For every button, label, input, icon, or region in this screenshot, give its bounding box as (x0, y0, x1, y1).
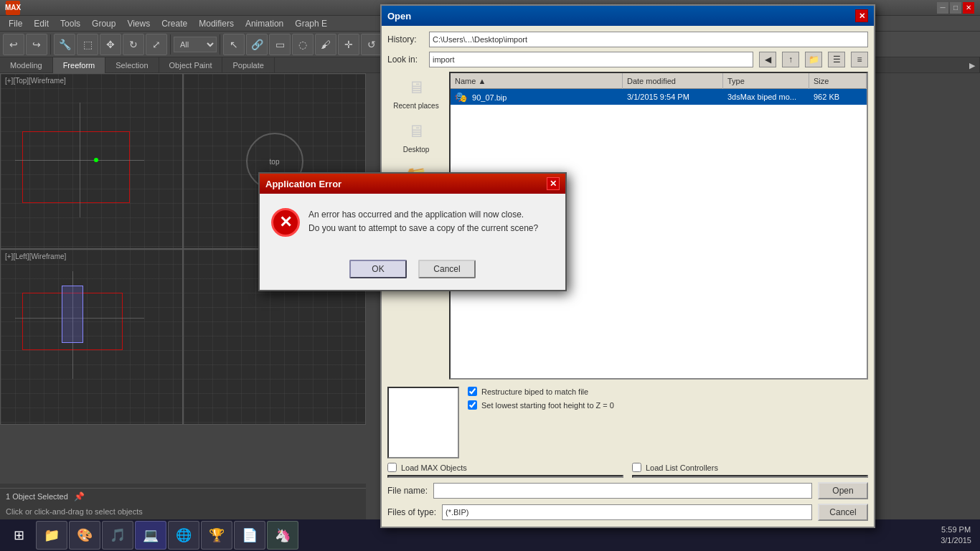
preview-options: Restructure biped to match file Set lowe… (468, 387, 614, 410)
clock-time: 5:59 PM (941, 524, 971, 535)
error-ok-button[interactable]: OK (349, 260, 407, 278)
file-row-0[interactable]: 🎭 90_07.bip 3/1/2015 9:54 PM 3dsMax bipe… (451, 89, 867, 105)
toolbar-separator3 (220, 34, 220, 55)
tab-expand[interactable]: ▶ (965, 57, 980, 73)
status-line: 1 Object Selected 📌 (0, 488, 366, 504)
filename-input[interactable] (433, 483, 812, 499)
menu-animation[interactable]: Animation (240, 16, 289, 32)
taskbar-epic[interactable]: 🏆 (201, 521, 232, 550)
tab-selection[interactable]: Selection (105, 57, 159, 73)
rectangle-select-button[interactable]: ▭ (269, 34, 291, 55)
file-name-cell: 🎭 90_07.bip (451, 91, 623, 103)
error-cancel-button[interactable]: Cancel (418, 260, 476, 278)
rotate2-button[interactable]: ↺ (361, 34, 382, 55)
file-rows: 🎭 90_07.bip 3/1/2015 9:54 PM 3dsMax bipe… (451, 89, 867, 105)
move-button[interactable]: ✥ (100, 34, 121, 55)
rotate-button[interactable]: ↻ (123, 34, 144, 55)
open-button[interactable]: Open (818, 482, 868, 499)
place-desktop[interactable]: 🖥 Desktop (399, 116, 433, 156)
taskbar-explorer[interactable]: 📁 (36, 521, 67, 550)
taskbar-media[interactable]: 🎵 (102, 521, 133, 550)
menu-edit[interactable]: Edit (28, 16, 55, 32)
taskbar-vs[interactable]: 💻 (135, 521, 166, 550)
foot-height-row: Set lowest starting foot height to Z = 0 (468, 400, 614, 410)
error-buttons: OK Cancel (260, 251, 565, 290)
filetype-input[interactable] (442, 504, 812, 520)
scale-button[interactable]: ⤢ (146, 34, 167, 55)
desktop-label: Desktop (403, 146, 430, 154)
history-label: History: (387, 34, 423, 44)
cursor-button[interactable]: ↖ (223, 34, 245, 55)
load-controllers-header: Load List Controllers (632, 463, 868, 472)
load-controllers-label[interactable]: Load List Controllers (646, 463, 718, 472)
select-region-button[interactable]: ⬚ (77, 34, 98, 55)
col-date[interactable]: Date modified (623, 73, 723, 89)
close-button[interactable]: ✕ (963, 2, 974, 14)
undo-button[interactable]: ↩ (3, 34, 24, 55)
menu-create[interactable]: Create (156, 16, 193, 32)
nav-up-button[interactable]: ↑ (782, 52, 799, 67)
menu-graph[interactable]: Graph E (289, 16, 333, 32)
col-type[interactable]: Type (723, 73, 809, 89)
tab-modeling[interactable]: Modeling (0, 57, 53, 73)
col-name[interactable]: Name ▲ (451, 73, 623, 89)
start-button[interactable]: ⊞ (3, 521, 34, 550)
paint-button[interactable]: 🖌 (315, 34, 336, 55)
lookin-row: Look in: ◀ ↑ 📁 ☰ ≡ (387, 52, 868, 67)
load-max-label[interactable]: Load MAX Objects (401, 463, 467, 472)
view-details-btn[interactable]: ≡ (851, 52, 868, 67)
windows-logo-icon: ⊞ (14, 527, 24, 543)
menu-group[interactable]: Group (86, 16, 121, 32)
viewport-left-label: [+][Left][Wireframe] (5, 253, 66, 260)
file-date-cell: 3/1/2015 9:54 PM (623, 93, 723, 101)
link-button[interactable]: 🔗 (246, 34, 268, 55)
view-btn[interactable]: ☰ (828, 52, 845, 67)
restructure-row: Restructure biped to match file (468, 387, 614, 396)
tab-object-paint[interactable]: Object Paint (159, 57, 223, 73)
nav-back-button[interactable]: ◀ (759, 52, 776, 67)
menu-views[interactable]: Views (121, 16, 156, 32)
load-max-header: Load MAX Objects (387, 463, 623, 472)
minimize-button[interactable]: ─ (937, 2, 948, 14)
status-text: 1 Object Selected (6, 492, 68, 501)
load-controllers-list[interactable] (632, 475, 868, 478)
file-list-header: Name ▲ Date modified Type Size (451, 73, 867, 89)
select-button[interactable]: 🔧 (54, 34, 75, 55)
taskbar-word[interactable]: 📄 (234, 521, 265, 550)
taskbar-chrome[interactable]: 🌐 (168, 521, 199, 550)
lookin-input[interactable] (429, 52, 753, 67)
viewport-top[interactable]: [+][Top][Wireframe] (0, 73, 183, 249)
open-dialog-close-button[interactable]: ✕ (855, 9, 868, 22)
taskbar-3dsmax[interactable]: 🦄 (267, 521, 298, 550)
file-type-cell: 3dsMax biped mo... (723, 93, 809, 101)
foot-height-label[interactable]: Set lowest starting foot height to Z = 0 (481, 401, 614, 410)
col-size[interactable]: Size (809, 73, 867, 89)
history-input[interactable] (429, 32, 868, 47)
viewport-left[interactable]: [+][Left][Wireframe] (0, 249, 183, 425)
redo-button[interactable]: ↪ (26, 34, 47, 55)
selection-box-top (22, 131, 130, 203)
menu-file[interactable]: File (3, 16, 28, 32)
lasso-button[interactable]: ◌ (292, 34, 314, 55)
restructure-label[interactable]: Restructure biped to match file (481, 387, 588, 396)
cancel-button[interactable]: Cancel (818, 504, 868, 521)
new-folder-button[interactable]: 📁 (805, 52, 822, 67)
figure-shape (62, 286, 83, 343)
taskbar-paint[interactable]: 🎨 (69, 521, 100, 550)
menu-modifiers[interactable]: Modifiers (193, 16, 240, 32)
move2-button[interactable]: ✛ (338, 34, 359, 55)
maximize-button[interactable]: □ (950, 2, 961, 14)
restructure-checkbox[interactable] (468, 387, 477, 396)
load-controllers-checkbox[interactable] (632, 463, 641, 472)
error-close-button[interactable]: ✕ (547, 177, 560, 190)
load-max-list[interactable] (387, 475, 623, 478)
tab-freeform[interactable]: Freeform (53, 57, 106, 73)
prompt-text: Click or click-and-drag to select object… (6, 507, 143, 516)
foot-height-checkbox[interactable] (468, 400, 477, 410)
recent-label: Recent places (393, 102, 438, 110)
tab-populate[interactable]: Populate (222, 57, 274, 73)
load-max-checkbox[interactable] (387, 463, 397, 472)
filter-dropdown[interactable]: All (174, 37, 217, 52)
place-recent[interactable]: 🖥 Recent places (390, 72, 441, 113)
menu-tools[interactable]: Tools (55, 16, 86, 32)
